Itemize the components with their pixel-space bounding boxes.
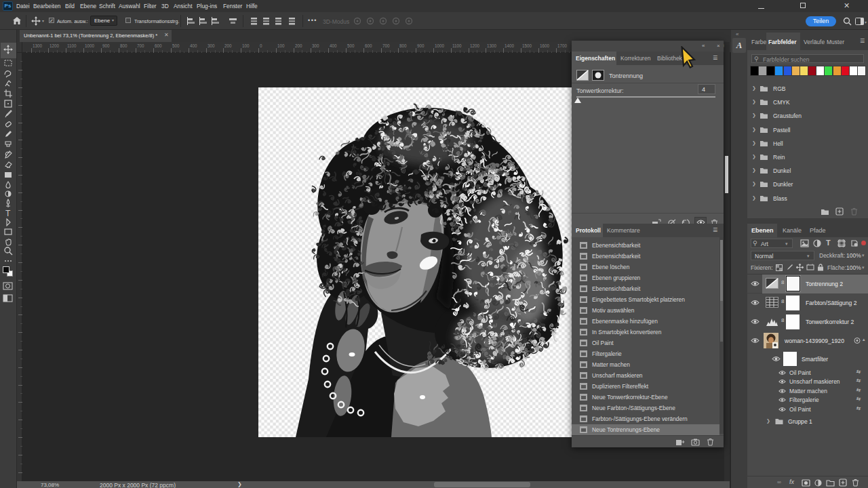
svg-text:T: T — [5, 209, 11, 218]
